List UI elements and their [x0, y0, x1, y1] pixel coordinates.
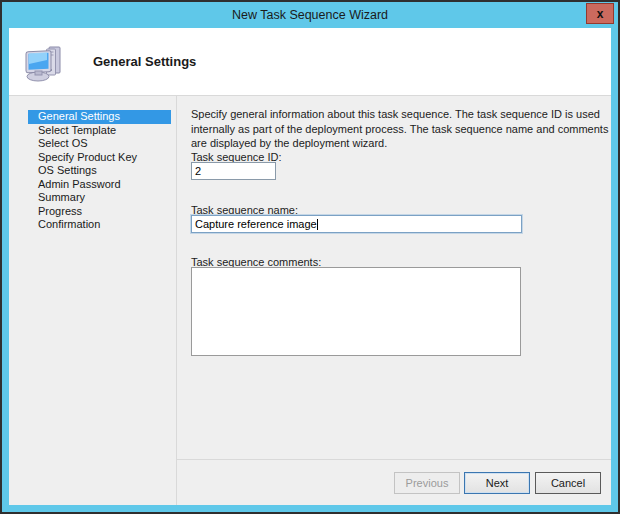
nav-item-specify-product-key: Specify Product Key [28, 151, 171, 165]
window-title: New Task Sequence Wizard [232, 8, 388, 22]
wizard-steps-nav: General Settings Select Template Select … [9, 96, 177, 505]
nav-item-confirmation: Confirmation [28, 218, 171, 232]
nav-item-general-settings: General Settings [28, 110, 171, 124]
titlebar[interactable]: New Task Sequence Wizard x [2, 2, 618, 28]
nav-item-select-os: Select OS [28, 137, 171, 151]
nav-item-summary: Summary [28, 191, 171, 205]
nav-item-admin-password: Admin Password [28, 178, 171, 192]
next-button[interactable]: Next [464, 472, 530, 494]
cancel-button[interactable]: Cancel [535, 472, 601, 494]
page-description: Specify general information about this t… [191, 107, 615, 151]
task-sequence-name-input[interactable]: Capture reference image [191, 215, 522, 233]
text-caret [317, 219, 318, 230]
wizard-header: General Settings [9, 28, 611, 96]
computer-icon [23, 40, 67, 84]
close-icon: x [597, 8, 604, 20]
page-title: General Settings [93, 54, 196, 69]
previous-button[interactable]: Previous [394, 472, 460, 494]
wizard-footer: Previous Next Cancel [177, 459, 611, 505]
wizard-page-content: Specify general information about this t… [177, 96, 611, 459]
task-sequence-comments-input[interactable] [191, 267, 521, 356]
nav-item-select-template: Select Template [28, 124, 171, 138]
wizard-frame: General Settings General Settings Select… [9, 28, 611, 505]
nav-item-progress: Progress [28, 205, 171, 219]
wizard-window: New Task Sequence Wizard x [0, 0, 620, 514]
task-sequence-id-input[interactable]: 2 [191, 162, 276, 180]
close-button[interactable]: x [586, 3, 614, 24]
nav-item-os-settings: OS Settings [28, 164, 171, 178]
